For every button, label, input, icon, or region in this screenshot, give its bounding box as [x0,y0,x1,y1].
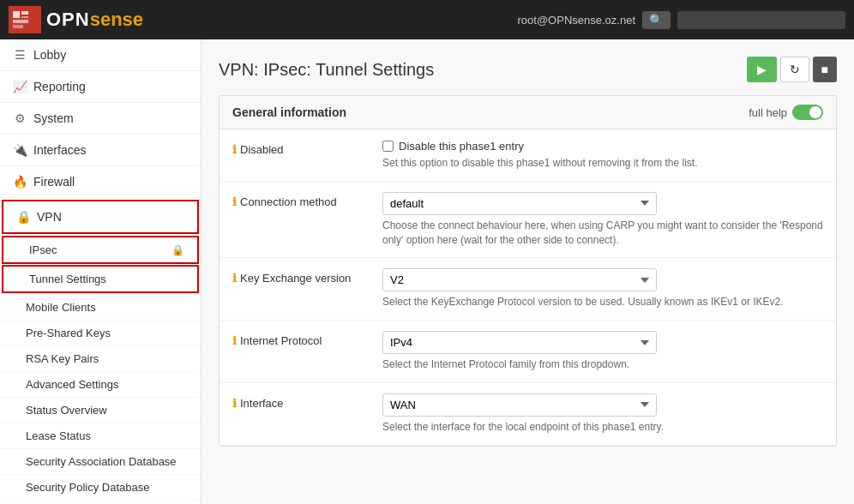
rsa-key-pairs-label: RSA Key Pairs [26,352,99,365]
svg-rect-2 [21,16,28,18]
topnav-user: root@OPNsense.oz.net [518,14,635,27]
disabled-checkbox[interactable] [382,141,394,152]
label-key-exchange: ℹ Key Exchange version [232,268,382,285]
topnav-right: root@OPNsense.oz.net 🔍 [518,11,845,29]
label-disabled: ℹ Disabled [232,140,382,156]
refresh-button[interactable]: ↻ [780,57,809,82]
key-exchange-select[interactable]: V1 V2 Auto [382,268,657,291]
sidebar-label-reporting: Reporting [33,80,86,93]
connection-method-select[interactable]: default ikev1 ikev2 respond only [382,192,657,215]
logo-opn: OPN [46,9,90,31]
sidebar-subitem-log-file[interactable]: Log File [0,501,201,504]
svg-rect-3 [13,20,28,23]
disabled-help: Set this option to disable this phase1 w… [382,156,823,171]
info-icon-disabled: ℹ [232,143,237,156]
play-button[interactable]: ▶ [747,57,777,82]
vpn-submenu: IPsec 🔒 Tunnel Settings Mobile Clients P… [0,236,201,504]
sidebar: ☰ Lobby 📈 Reporting ⚙ System 🔌 Interface… [0,39,201,504]
fullhelp-label: full help [749,106,787,119]
info-icon-connection-method: ℹ [232,195,237,208]
advanced-settings-label: Advanced Settings [26,378,118,391]
control-interface: WAN LAN any Select the interface for the… [382,393,823,435]
security-association-db-label: Security Association Database [26,455,177,468]
form-row-internet-protocol: ℹ Internet Protocol IPv4 IPv6 Select the… [220,321,836,383]
topnav: OPNsense root@OPNsense.oz.net 🔍 [0,0,854,39]
svg-rect-4 [13,25,23,28]
sidebar-subitem-mobile-clients[interactable]: Mobile Clients [0,295,201,321]
status-overview-label: Status Overview [26,404,107,417]
control-key-exchange: V1 V2 Auto Select the KeyExchange Protoc… [382,268,823,309]
sidebar-subitem-status-overview[interactable]: Status Overview [0,398,201,423]
logo-sense: sense [90,9,143,31]
pre-shared-keys-label: Pre-Shared Keys [26,327,111,339]
sidebar-subitem-rsa-key-pairs[interactable]: RSA Key Pairs [0,346,201,372]
control-internet-protocol: IPv4 IPv6 Select the Internet Protocol f… [382,331,823,372]
sidebar-subitem-advanced-settings[interactable]: Advanced Settings [0,372,201,398]
control-disabled: Disable this phase1 entry Set this optio… [382,140,823,171]
control-connection-method: default ikev1 ikev2 respond only Choose … [382,192,823,248]
sidebar-item-interfaces[interactable]: 🔌 Interfaces [0,135,201,166]
stop-button[interactable]: ■ [813,57,837,82]
security-policy-db-label: Security Policy Database [26,481,150,494]
internet-protocol-select[interactable]: IPv4 IPv6 [382,331,657,354]
info-icon-internet-protocol: ℹ [232,334,237,347]
fullhelp-toggle-switch[interactable] [792,105,823,120]
panel-header: General information full help [220,96,836,129]
tunnel-settings-label: Tunnel Settings [29,273,106,285]
form-row-key-exchange: ℹ Key Exchange version V1 V2 Auto Select… [220,258,836,321]
sidebar-subitem-tunnel-settings[interactable]: Tunnel Settings [2,265,199,293]
form-row-interface: ℹ Interface WAN LAN any Select the inter… [220,383,836,446]
page-header: VPN: IPsec: Tunnel Settings ▶ ↻ ■ [219,57,837,82]
disabled-checkbox-label: Disable this phase1 entry [399,140,524,153]
sidebar-item-firewall[interactable]: 🔥 Firewall [0,166,201,198]
vpn-icon: 🔒 [16,210,30,224]
sidebar-item-vpn[interactable]: 🔒 VPN [2,200,199,234]
label-connection-method: ℹ Connection method [232,192,382,208]
reporting-icon: 📈 [13,80,27,93]
header-buttons: ▶ ↻ ■ [747,57,837,82]
disabled-checkbox-row: Disable this phase1 entry [382,140,823,153]
sidebar-label-system: System [33,111,74,125]
sidebar-subitem-security-policy-db[interactable]: Security Policy Database [0,475,201,501]
sidebar-label-interfaces: Interfaces [33,143,86,157]
ipsec-label: IPsec [29,243,57,256]
info-icon-interface: ℹ [232,397,237,410]
svg-rect-0 [13,11,20,18]
sidebar-label-firewall: Firewall [33,175,75,189]
form-row-connection-method: ℹ Connection method default ikev1 ikev2 … [220,182,836,259]
search-box [677,11,845,29]
form-row-disabled: ℹ Disabled Disable this phase1 entry Set… [220,129,836,182]
sidebar-subitem-ipsec[interactable]: IPsec 🔒 [2,236,199,264]
main-layout: ☰ Lobby 📈 Reporting ⚙ System 🔌 Interface… [0,39,854,504]
main-content: VPN: IPsec: Tunnel Settings ▶ ↻ ■ Genera… [201,39,854,504]
firewall-icon: 🔥 [13,175,27,189]
ipsec-lock-icon: 🔒 [171,244,184,256]
sidebar-label-vpn: VPN [37,210,62,224]
sidebar-item-system[interactable]: ⚙ System [0,103,201,135]
sidebar-subitem-lease-status[interactable]: Lease Status [0,423,201,449]
fullhelp-toggle[interactable]: full help [749,105,823,120]
lease-status-label: Lease Status [26,429,91,442]
logo: OPNsense [9,6,143,33]
settings-panel: General information full help ℹ Disabled… [219,95,837,447]
lobby-icon: ☰ [13,48,27,62]
sidebar-item-lobby[interactable]: ☰ Lobby [0,39,201,71]
sidebar-subitem-pre-shared-keys[interactable]: Pre-Shared Keys [0,321,201,346]
sidebar-subitem-security-association-db[interactable]: Security Association Database [0,449,201,475]
search-input[interactable] [684,14,839,27]
interface-help: Select the interface for the local endpo… [382,420,823,435]
interface-select[interactable]: WAN LAN any [382,393,657,417]
mobile-clients-label: Mobile Clients [26,301,96,314]
system-icon: ⚙ [13,111,27,125]
logo-icon [9,6,41,33]
label-internet-protocol: ℹ Internet Protocol [232,331,382,347]
svg-rect-1 [21,11,28,15]
sidebar-label-lobby: Lobby [33,48,66,62]
page-title: VPN: IPsec: Tunnel Settings [219,60,434,80]
interfaces-icon: 🔌 [13,143,27,157]
search-button[interactable]: 🔍 [642,11,671,29]
internet-protocol-help: Select the Internet Protocol family from… [382,357,823,372]
label-interface: ℹ Interface [232,393,382,410]
sidebar-item-reporting[interactable]: 📈 Reporting [0,71,201,103]
info-icon-key-exchange: ℹ [232,272,237,285]
